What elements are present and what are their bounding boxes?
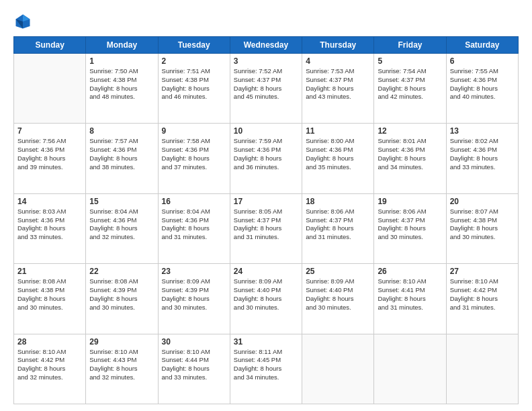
day-cell-27: 27Sunrise: 8:10 AMSunset: 4:42 PMDayligh… xyxy=(446,264,518,334)
day-cell-22: 22Sunrise: 8:08 AMSunset: 4:39 PMDayligh… xyxy=(86,264,158,334)
empty-cell xyxy=(14,54,86,124)
day-number: 12 xyxy=(378,126,442,136)
day-info: Sunrise: 8:09 AMSunset: 4:40 PMDaylight:… xyxy=(306,277,370,312)
day-number: 2 xyxy=(162,56,226,66)
day-cell-20: 20Sunrise: 8:07 AMSunset: 4:38 PMDayligh… xyxy=(446,193,518,263)
day-info: Sunrise: 8:10 AMSunset: 4:44 PMDaylight:… xyxy=(162,348,226,382)
day-cell-19: 19Sunrise: 8:06 AMSunset: 4:37 PMDayligh… xyxy=(374,193,446,263)
day-info: Sunrise: 8:02 AMSunset: 4:36 PMDaylight:… xyxy=(450,137,515,171)
day-number: 28 xyxy=(17,337,82,347)
day-number: 6 xyxy=(450,56,515,66)
day-info: Sunrise: 8:11 AMSunset: 4:45 PMDaylight:… xyxy=(234,348,298,382)
day-cell-4: 4Sunrise: 7:53 AMSunset: 4:37 PMDaylight… xyxy=(302,54,374,124)
day-number: 23 xyxy=(162,267,226,276)
day-cell-21: 21Sunrise: 8:08 AMSunset: 4:38 PMDayligh… xyxy=(14,264,86,334)
day-cell-23: 23Sunrise: 8:09 AMSunset: 4:39 PMDayligh… xyxy=(158,264,230,334)
day-cell-2: 2Sunrise: 7:51 AMSunset: 4:38 PMDaylight… xyxy=(158,54,230,124)
day-info: Sunrise: 7:51 AMSunset: 4:38 PMDaylight:… xyxy=(162,67,226,101)
week-row-1: 1Sunrise: 7:50 AMSunset: 4:38 PMDaylight… xyxy=(14,54,519,124)
day-cell-8: 8Sunrise: 7:57 AMSunset: 4:36 PMDaylight… xyxy=(86,124,158,193)
day-cell-28: 28Sunrise: 8:10 AMSunset: 4:42 PMDayligh… xyxy=(14,334,86,404)
day-info: Sunrise: 8:05 AMSunset: 4:37 PMDaylight:… xyxy=(234,208,298,242)
day-cell-9: 9Sunrise: 7:58 AMSunset: 4:36 PMDaylight… xyxy=(158,124,230,193)
calendar-header-row: SundayMondayTuesdayWednesdayThursdayFrid… xyxy=(14,37,519,54)
day-info: Sunrise: 8:10 AMSunset: 4:41 PMDaylight:… xyxy=(378,277,442,312)
day-number: 8 xyxy=(89,126,154,136)
day-cell-6: 6Sunrise: 7:55 AMSunset: 4:36 PMDaylight… xyxy=(446,54,518,124)
day-cell-17: 17Sunrise: 8:05 AMSunset: 4:37 PMDayligh… xyxy=(230,193,302,263)
day-cell-25: 25Sunrise: 8:09 AMSunset: 4:40 PMDayligh… xyxy=(302,264,374,334)
day-cell-24: 24Sunrise: 8:09 AMSunset: 4:40 PMDayligh… xyxy=(230,264,302,334)
day-cell-5: 5Sunrise: 7:54 AMSunset: 4:37 PMDaylight… xyxy=(374,54,446,124)
day-cell-26: 26Sunrise: 8:10 AMSunset: 4:41 PMDayligh… xyxy=(374,264,446,334)
day-header-sunday: Sunday xyxy=(14,37,86,54)
day-info: Sunrise: 7:54 AMSunset: 4:37 PMDaylight:… xyxy=(378,67,442,101)
day-number: 14 xyxy=(17,197,82,206)
day-info: Sunrise: 8:10 AMSunset: 4:43 PMDaylight:… xyxy=(89,348,154,382)
day-cell-16: 16Sunrise: 8:04 AMSunset: 4:36 PMDayligh… xyxy=(158,193,230,263)
day-info: Sunrise: 8:01 AMSunset: 4:36 PMDaylight:… xyxy=(378,137,442,171)
day-number: 1 xyxy=(89,56,154,66)
day-cell-29: 29Sunrise: 8:10 AMSunset: 4:43 PMDayligh… xyxy=(86,334,158,404)
day-info: Sunrise: 7:55 AMSunset: 4:36 PMDaylight:… xyxy=(450,67,515,101)
day-number: 16 xyxy=(162,197,226,206)
day-cell-14: 14Sunrise: 8:03 AMSunset: 4:36 PMDayligh… xyxy=(14,193,86,263)
day-info: Sunrise: 7:56 AMSunset: 4:36 PMDaylight:… xyxy=(17,137,82,171)
week-row-2: 7Sunrise: 7:56 AMSunset: 4:36 PMDaylight… xyxy=(14,124,519,193)
day-info: Sunrise: 8:03 AMSunset: 4:36 PMDaylight:… xyxy=(17,208,82,242)
logo-icon xyxy=(13,12,32,31)
day-number: 31 xyxy=(234,337,298,347)
day-number: 24 xyxy=(234,267,298,276)
day-info: Sunrise: 7:57 AMSunset: 4:36 PMDaylight:… xyxy=(89,137,154,171)
empty-cell xyxy=(302,334,374,404)
day-info: Sunrise: 8:04 AMSunset: 4:36 PMDaylight:… xyxy=(89,208,154,242)
day-header-thursday: Thursday xyxy=(302,37,374,54)
day-cell-18: 18Sunrise: 8:06 AMSunset: 4:37 PMDayligh… xyxy=(302,193,374,263)
week-row-5: 28Sunrise: 8:10 AMSunset: 4:42 PMDayligh… xyxy=(14,334,519,404)
day-number: 19 xyxy=(378,197,442,206)
day-number: 25 xyxy=(306,267,370,276)
day-info: Sunrise: 8:09 AMSunset: 4:40 PMDaylight:… xyxy=(234,277,298,312)
day-cell-10: 10Sunrise: 7:59 AMSunset: 4:36 PMDayligh… xyxy=(230,124,302,193)
logo xyxy=(13,12,35,31)
day-number: 13 xyxy=(450,126,515,136)
day-info: Sunrise: 7:52 AMSunset: 4:37 PMDaylight:… xyxy=(234,67,298,101)
day-cell-30: 30Sunrise: 8:10 AMSunset: 4:44 PMDayligh… xyxy=(158,334,230,404)
day-cell-15: 15Sunrise: 8:04 AMSunset: 4:36 PMDayligh… xyxy=(86,193,158,263)
day-info: Sunrise: 8:07 AMSunset: 4:38 PMDaylight:… xyxy=(450,208,515,242)
day-cell-31: 31Sunrise: 8:11 AMSunset: 4:45 PMDayligh… xyxy=(230,334,302,404)
day-number: 20 xyxy=(450,197,515,206)
day-info: Sunrise: 8:10 AMSunset: 4:42 PMDaylight:… xyxy=(17,348,82,382)
day-header-friday: Friday xyxy=(374,37,446,54)
day-number: 11 xyxy=(306,126,370,136)
day-number: 4 xyxy=(306,56,370,66)
week-row-4: 21Sunrise: 8:08 AMSunset: 4:38 PMDayligh… xyxy=(14,264,519,334)
day-info: Sunrise: 7:50 AMSunset: 4:38 PMDaylight:… xyxy=(89,67,154,101)
day-number: 22 xyxy=(89,267,154,276)
day-number: 30 xyxy=(162,337,226,347)
day-header-tuesday: Tuesday xyxy=(158,37,230,54)
day-info: Sunrise: 8:04 AMSunset: 4:36 PMDaylight:… xyxy=(162,208,226,242)
day-info: Sunrise: 7:53 AMSunset: 4:37 PMDaylight:… xyxy=(306,67,370,101)
day-number: 17 xyxy=(234,197,298,206)
day-info: Sunrise: 7:58 AMSunset: 4:36 PMDaylight:… xyxy=(162,137,226,171)
day-number: 18 xyxy=(306,197,370,206)
day-header-saturday: Saturday xyxy=(446,37,518,54)
day-number: 26 xyxy=(378,267,442,276)
empty-cell xyxy=(374,334,446,404)
day-info: Sunrise: 8:06 AMSunset: 4:37 PMDaylight:… xyxy=(378,208,442,242)
day-header-monday: Monday xyxy=(86,37,158,54)
day-number: 15 xyxy=(89,197,154,206)
day-cell-3: 3Sunrise: 7:52 AMSunset: 4:37 PMDaylight… xyxy=(230,54,302,124)
day-number: 7 xyxy=(17,126,82,136)
day-number: 21 xyxy=(17,267,82,276)
day-cell-13: 13Sunrise: 8:02 AMSunset: 4:36 PMDayligh… xyxy=(446,124,518,193)
day-cell-7: 7Sunrise: 7:56 AMSunset: 4:36 PMDaylight… xyxy=(14,124,86,193)
day-number: 9 xyxy=(162,126,226,136)
day-number: 29 xyxy=(89,337,154,347)
day-info: Sunrise: 8:08 AMSunset: 4:38 PMDaylight:… xyxy=(17,277,82,312)
day-info: Sunrise: 8:10 AMSunset: 4:42 PMDaylight:… xyxy=(450,277,515,312)
day-cell-12: 12Sunrise: 8:01 AMSunset: 4:36 PMDayligh… xyxy=(374,124,446,193)
header xyxy=(13,12,519,31)
day-number: 5 xyxy=(378,56,442,66)
